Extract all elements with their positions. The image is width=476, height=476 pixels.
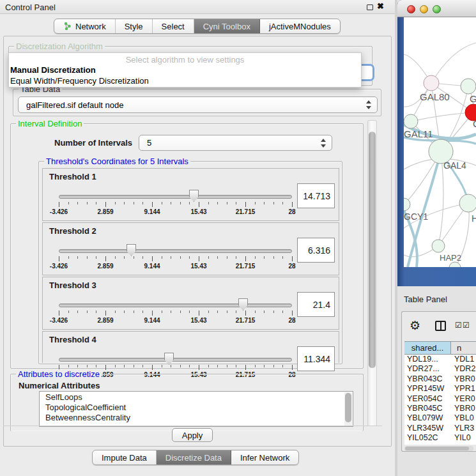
number-of-intervals-combobox[interactable]: 5 [139,135,332,151]
dropdown-item-manual[interactable]: Manual Discretization [9,65,361,75]
threshold-4-slider-thumb[interactable] [164,353,174,365]
tab-jactivemnodules[interactable]: jActiveMNodules [260,19,340,33]
float-window-icon[interactable] [367,4,373,10]
column-header-shared-name[interactable]: shared... [404,342,451,354]
network-canvas[interactable]: GAL80 G C GAL11 GAL4 GCY1 H HAP2 [404,17,476,267]
node-hap2[interactable] [432,240,445,252]
table-row[interactable]: YLR345WYLR3 [404,424,476,433]
cell[interactable]: YDR2 [451,364,476,374]
zoom-traffic-light[interactable] [433,5,441,13]
tab-select[interactable]: Select [153,19,194,33]
cell[interactable]: YBR043C [404,374,451,384]
cell[interactable]: YER054C [404,394,451,404]
threshold-3-label: Threshold 3 [49,280,96,290]
tick-label: 9.144 [144,317,160,324]
group-title-attributes: Attributes to discretize [16,369,102,379]
list-scrollbar[interactable] [344,392,352,427]
tab-infer-network[interactable]: Infer Network [231,450,298,464]
table-row[interactable]: YIL052CYIL0 [404,433,476,443]
list-item[interactable]: SelfLoops [40,392,353,402]
tick-label: 21.715 [236,317,256,324]
threshold-1-slider-track[interactable] [59,195,292,199]
table-row[interactable]: YDR27...YDR2 [404,364,476,374]
horizontal-scrollbar-thumb[interactable] [405,447,469,450]
node-gal11[interactable] [404,114,418,128]
cell[interactable]: YDL19... [404,355,451,364]
number-of-intervals-value: 5 [147,138,151,148]
cell[interactable]: YBR0 [451,374,476,384]
table-row[interactable]: YDL19...YDL1 [404,355,476,364]
table-data-combobox[interactable]: galFiltered.sif default node [18,96,378,113]
tab-style[interactable]: Style [116,19,153,33]
threshold-4-slider-track[interactable] [59,358,292,362]
checkbox-icon[interactable]: ☑ [463,321,470,330]
horizontal-scrollbar[interactable] [404,446,473,451]
threshold-2-slider-track[interactable] [59,249,292,253]
threshold-2-value-field[interactable]: 6.316 [297,238,335,263]
tick-labels: -3.426 2.859 9.144 15.43 21.715 28 [59,208,292,216]
threshold-4-value-field[interactable]: 11.344 [297,346,335,371]
thresholds-group: Threshold's Coordinates for 5 Intervals … [38,161,342,364]
cell[interactable]: YDR27... [404,364,451,374]
dropdown-item-equalwidth[interactable]: Equal Width/Frequency Discretization [9,75,361,86]
list-item[interactable]: BetweennessCentrality [40,412,353,422]
node-h[interactable] [459,194,476,212]
cell[interactable]: YPR1 [451,384,476,394]
threshold-1-value-field[interactable]: 14.713 [297,183,335,208]
apply-button[interactable]: Apply [172,428,213,442]
gear-icon[interactable]: ⚙ [410,318,420,333]
cell[interactable]: YPR145W [404,384,451,394]
algorithm-dropdown-popup: Select algorithm to view settings Manual… [8,52,362,88]
tick-marks [59,256,292,262]
minimize-traffic-light[interactable] [420,5,428,13]
cell[interactable]: YER0 [451,394,476,404]
table-row[interactable]: YBR045CYBR0 [404,404,476,413]
column-header-name[interactable]: n [451,342,476,354]
cell[interactable]: YBL079W [404,413,451,423]
cell[interactable]: YBR0 [451,404,476,413]
cell[interactable]: YBL0 [451,413,476,423]
threshold-1-slider-thumb[interactable] [189,190,199,202]
tab-discretize-data[interactable]: Discretize Data [157,450,231,464]
list-item[interactable]: TopologicalCoefficient [40,402,353,412]
vertical-scrollbar[interactable] [367,120,377,426]
node-table-panel: ⚙ ☑ ☑ shared... n YDL19...YDL1 YDR27...Y… [401,311,476,452]
network-icon [63,22,72,31]
columns-icon[interactable] [435,321,446,331]
vertical-scrollbar-thumb[interactable] [369,132,376,368]
cell[interactable]: YIL052C [404,433,451,443]
close-icon[interactable]: ✖ [377,1,384,11]
node-gcy1[interactable] [404,198,410,211]
spinner-arrows-icon [365,100,371,109]
close-traffic-light[interactable] [407,5,415,13]
table-row[interactable]: YER054CYER0 [404,394,476,404]
table-row[interactable]: YBR043CYBR0 [404,374,476,384]
tick-label: 21.715 [236,208,256,215]
table-row[interactable]: YBL079WYBL0 [404,413,476,423]
attributes-group: Attributes to discretize Numerical Attri… [10,374,364,431]
tab-impute-data[interactable]: Impute Data [93,450,157,464]
checkbox-icon[interactable]: ☑ [455,321,462,330]
node-gal80[interactable] [424,75,439,91]
network-window-titlebar[interactable] [397,0,476,17]
cell[interactable]: YDL1 [451,355,476,364]
list-scrollbar-thumb[interactable] [345,393,351,422]
table-row[interactable]: YPR145WYPR1 [404,384,476,394]
cell[interactable]: YBR045C [404,404,451,413]
threshold-3-slider-track[interactable] [59,303,292,307]
tab-network[interactable]: Network [54,19,116,33]
threshold-3-value-field[interactable]: 21.4 [297,292,335,317]
tab-cyni-toolbox[interactable]: Cyni Toolbox [194,19,260,33]
cell[interactable]: YIL0 [451,433,476,443]
numerical-attributes-list[interactable]: SelfLoops TopologicalCoefficient Between… [39,391,353,427]
cell[interactable]: YLR345W [404,424,451,433]
node-label-hap2: HAP2 [440,253,461,263]
threshold-2-slider-thumb[interactable] [127,244,136,256]
node-bottom-partial[interactable] [449,262,461,267]
node-top-right[interactable] [461,79,476,94]
tick-label: -3.426 [50,317,68,324]
group-title-interval-definition: Interval Definition [16,119,84,128]
cell[interactable]: YLR3 [451,424,476,433]
table-data-combobox-value: galFiltered.sif default node [26,100,123,110]
threshold-3-slider-thumb[interactable] [238,298,248,311]
